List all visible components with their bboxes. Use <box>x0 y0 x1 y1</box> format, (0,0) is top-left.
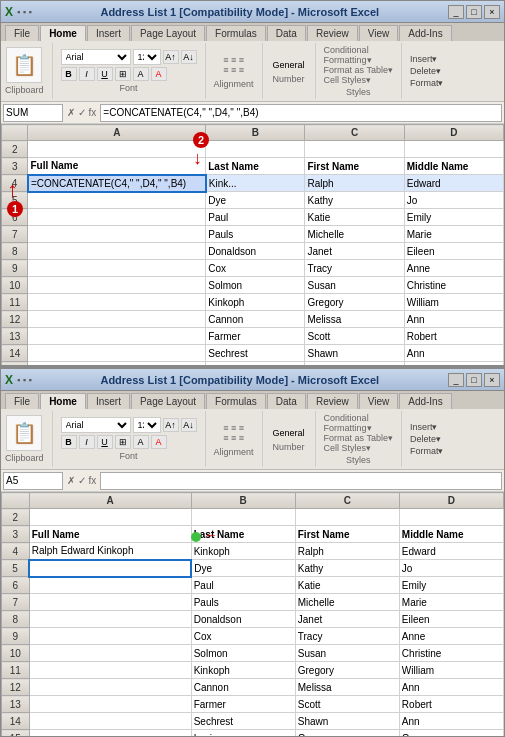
cell-C14[interactable]: Shawn <box>305 345 404 362</box>
minimize-button-bottom[interactable]: _ <box>448 373 464 387</box>
cell-D3[interactable]: Middle Name <box>404 158 503 175</box>
col-header-B[interactable]: B <box>206 125 305 141</box>
cell-A12-b[interactable] <box>29 679 191 696</box>
tab-data[interactable]: Data <box>267 25 306 41</box>
cell-A2[interactable] <box>28 141 206 158</box>
cell-B4[interactable]: Kink... <box>206 175 305 192</box>
cell-D15-b[interactable]: George <box>399 730 503 738</box>
cell-B6[interactable]: Paul <box>206 209 305 226</box>
cell-C8-b[interactable]: Janet <box>295 611 399 628</box>
cell-D10[interactable]: Christine <box>404 277 503 294</box>
cell-A5[interactable] <box>28 192 206 209</box>
underline-button[interactable]: U <box>97 67 113 81</box>
cell-C3-b[interactable]: First Name <box>295 526 399 543</box>
cell-C12-b[interactable]: Melissa <box>295 679 399 696</box>
cell-C4[interactable]: Ralph <box>305 175 404 192</box>
format-cells-b[interactable]: Format▾ <box>410 446 444 456</box>
cell-D3-b[interactable]: Middle Name <box>399 526 503 543</box>
col-header-Ab[interactable]: A <box>29 493 191 509</box>
cell-C13-b[interactable]: Scott <box>295 696 399 713</box>
italic-button[interactable]: I <box>79 67 95 81</box>
cell-C14-b[interactable]: Shawn <box>295 713 399 730</box>
cell-B13-b[interactable]: Farmer <box>191 696 295 713</box>
font-size-select[interactable]: 12 <box>133 49 161 65</box>
cell-A2-b[interactable] <box>29 509 191 526</box>
tab-review[interactable]: Review <box>307 25 358 41</box>
cell-A13[interactable] <box>28 328 206 345</box>
border-button-b[interactable]: ⊞ <box>115 435 131 449</box>
insert-cells[interactable]: Insert▾ <box>410 54 444 64</box>
increase-font-button-b[interactable]: A↑ <box>163 418 179 432</box>
cell-D11[interactable]: William <box>404 294 503 311</box>
tab-view[interactable]: View <box>359 25 399 41</box>
tab-home[interactable]: Home <box>40 25 86 41</box>
cell-C6-b[interactable]: Katie <box>295 577 399 594</box>
tab-review-b[interactable]: Review <box>307 393 358 409</box>
cell-D5[interactable]: Jo <box>404 192 503 209</box>
tab-page-layout[interactable]: Page Layout <box>131 25 205 41</box>
cell-B8-b[interactable]: Donaldson <box>191 611 295 628</box>
cell-D12-b[interactable]: Ann <box>399 679 503 696</box>
cell-A6[interactable] <box>28 209 206 226</box>
cell-D11-b[interactable]: William <box>399 662 503 679</box>
cell-D5-b[interactable]: Jo <box>399 560 503 577</box>
cell-D8-b[interactable]: Eileen <box>399 611 503 628</box>
name-box-top[interactable] <box>3 104 63 122</box>
cell-D4[interactable]: Edward <box>404 175 503 192</box>
tab-view-b[interactable]: View <box>359 393 399 409</box>
cell-B14[interactable]: Sechrest <box>206 345 305 362</box>
tab-data-b[interactable]: Data <box>267 393 306 409</box>
cell-B11[interactable]: Kinkoph <box>206 294 305 311</box>
cell-D13-b[interactable]: Robert <box>399 696 503 713</box>
cell-A3-b[interactable]: Full Name <box>29 526 191 543</box>
name-box-bottom[interactable] <box>3 472 63 490</box>
cell-C5[interactable]: Kathy <box>305 192 404 209</box>
cell-B10[interactable]: Solmon <box>206 277 305 294</box>
cell-B2[interactable] <box>206 141 305 158</box>
cell-D2[interactable] <box>404 141 503 158</box>
cell-B3-b[interactable]: Last Name <box>191 526 295 543</box>
cell-D13[interactable]: Robert <box>404 328 503 345</box>
cell-C9-b[interactable]: Tracy <box>295 628 399 645</box>
font-color-button[interactable]: A <box>151 67 167 81</box>
cell-D7-b[interactable]: Marie <box>399 594 503 611</box>
cell-B5-b[interactable]: Dye <box>191 560 295 577</box>
tab-insert[interactable]: Insert <box>87 25 130 41</box>
cell-C10[interactable]: Susan <box>305 277 404 294</box>
cell-C4-b[interactable]: Ralph <box>295 543 399 560</box>
cell-A8-b[interactable] <box>29 611 191 628</box>
border-button[interactable]: ⊞ <box>115 67 131 81</box>
formula-input-bottom[interactable] <box>100 472 502 490</box>
fill-color-button[interactable]: A <box>133 67 149 81</box>
tab-insert-b[interactable]: Insert <box>87 393 130 409</box>
cell-C13[interactable]: Scott <box>305 328 404 345</box>
cell-B5[interactable]: Dye <box>206 192 305 209</box>
cell-A7-b[interactable] <box>29 594 191 611</box>
formula-input-top[interactable] <box>100 104 502 122</box>
cell-B13[interactable]: Farmer <box>206 328 305 345</box>
paste-button[interactable]: 📋 <box>6 47 42 83</box>
cell-C11-b[interactable]: Gregory <box>295 662 399 679</box>
window-controls-bottom[interactable]: _ □ × <box>448 373 500 387</box>
cell-C10-b[interactable]: Susan <box>295 645 399 662</box>
cell-A8[interactable] <box>28 243 206 260</box>
cell-A5-b[interactable] <box>29 560 191 577</box>
close-button-bottom[interactable]: × <box>484 373 500 387</box>
italic-button-b[interactable]: I <box>79 435 95 449</box>
cell-C2-b[interactable] <box>295 509 399 526</box>
cell-D14-b[interactable]: Ann <box>399 713 503 730</box>
insert-cells-b[interactable]: Insert▾ <box>410 422 444 432</box>
cell-D12[interactable]: Ann <box>404 311 503 328</box>
underline-button-b[interactable]: U <box>97 435 113 449</box>
font-name-select[interactable]: Arial <box>61 49 131 65</box>
maximize-button[interactable]: □ <box>466 5 482 19</box>
cell-B4-b[interactable]: Kinkoph <box>191 543 295 560</box>
cell-C2[interactable] <box>305 141 404 158</box>
bold-button-b[interactable]: B <box>61 435 77 449</box>
cell-B10-b[interactable]: Solmon <box>191 645 295 662</box>
font-name-select-b[interactable]: Arial <box>61 417 131 433</box>
cell-C12[interactable]: Melissa <box>305 311 404 328</box>
tab-home-b[interactable]: Home <box>40 393 86 409</box>
cell-D9-b[interactable]: Anne <box>399 628 503 645</box>
cell-B7-b[interactable]: Pauls <box>191 594 295 611</box>
